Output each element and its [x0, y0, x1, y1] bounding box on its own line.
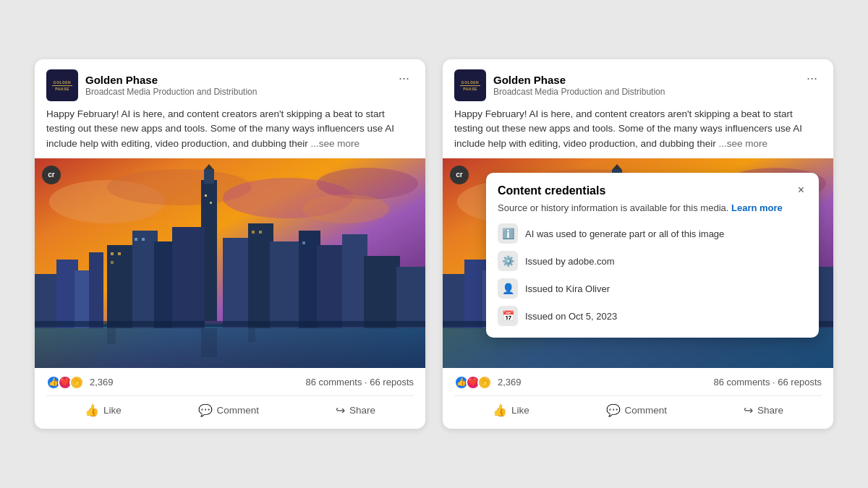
more-button-2[interactable]: ··· — [802, 69, 822, 87]
main-container: GOLDEN PHASE Golden Phase Broadcast Medi… — [13, 38, 855, 450]
avatar-2: GOLDEN PHASE — [454, 69, 486, 101]
profile-name-2[interactable]: Golden Phase — [493, 73, 665, 87]
svg-rect-24 — [342, 234, 367, 328]
popup-items: ℹ️ AI was used to generate part or all o… — [498, 223, 807, 326]
svg-rect-40 — [248, 326, 255, 342]
like-label-1: Like — [103, 405, 122, 416]
svg-rect-30 — [135, 238, 137, 241]
popup-item-icon-3: 📅 — [498, 306, 518, 326]
popup-item-2: 👤 Issued to Kira Oliver — [498, 278, 807, 299]
reactions-left-1: 👍 ❤️ 👏 2,369 — [46, 375, 114, 390]
svg-rect-39 — [107, 326, 116, 344]
reaction-icons-1: 👍 ❤️ 👏 — [46, 375, 84, 390]
share-button-2[interactable]: ↪ Share — [735, 399, 792, 421]
credentials-popup: Content credentials × Source or history … — [486, 173, 819, 338]
cr-badge-1[interactable]: cr — [42, 166, 61, 184]
svg-rect-6 — [35, 325, 425, 368]
card-header-2: GOLDEN PHASE Golden Phase Broadcast Medi… — [443, 59, 833, 107]
svg-rect-34 — [302, 241, 305, 244]
svg-rect-33 — [259, 231, 262, 234]
popup-header: Content credentials × — [498, 184, 807, 197]
see-more-1[interactable]: ...see more — [311, 138, 360, 149]
cr-badge-2[interactable]: cr — [450, 166, 469, 184]
post-image-1 — [35, 158, 425, 368]
share-action-icon-2: ↪ — [744, 403, 753, 417]
clap-icon-2: 👏 — [477, 375, 492, 390]
svg-rect-37 — [35, 321, 425, 327]
popup-item-text-2: Issued to Kira Oliver — [525, 283, 610, 294]
svg-rect-8 — [35, 274, 60, 328]
share-label-1: Share — [349, 405, 375, 416]
profile-subtitle-2: Broadcast Media Production and Distribut… — [493, 87, 665, 98]
avatar-1: GOLDEN PHASE — [46, 69, 78, 101]
svg-rect-31 — [142, 238, 145, 241]
comment-button-2[interactable]: 💬 Comment — [597, 399, 676, 421]
popup-item-3: 📅 Issued on Oct 5, 2023 — [498, 306, 807, 326]
popup-subtitle: Source or history information is availab… — [498, 202, 807, 215]
svg-rect-18 — [172, 227, 205, 328]
svg-rect-27 — [111, 252, 114, 255]
comment-action-icon-1: 💬 — [198, 403, 213, 417]
popup-close-button[interactable]: × — [795, 184, 807, 196]
comment-label-1: Comment — [217, 405, 260, 416]
svg-rect-23 — [317, 245, 346, 328]
like-label-2: Like — [511, 405, 529, 416]
see-more-2[interactable]: ...see more — [719, 138, 768, 149]
post-image-container-2: cr Content credentials × Source or histo… — [443, 158, 833, 368]
svg-rect-38 — [201, 328, 217, 357]
post-card-2: GOLDEN PHASE Golden Phase Broadcast Medi… — [443, 59, 833, 429]
profile-info-2: Golden Phase Broadcast Media Production … — [493, 73, 665, 98]
like-button-1[interactable]: 👍 Like — [76, 399, 130, 421]
card-footer-2: 👍 ❤️ 👏 2,369 86 comments · 66 reposts 👍 … — [443, 368, 833, 429]
comment-label-2: Comment — [625, 405, 668, 416]
popup-item-icon-1: ⚙️ — [498, 251, 518, 271]
post-card-1: GOLDEN PHASE Golden Phase Broadcast Medi… — [35, 59, 425, 429]
svg-rect-19 — [223, 238, 252, 328]
popup-item-0: ℹ️ AI was used to generate part or all o… — [498, 223, 807, 244]
header-left-2: GOLDEN PHASE Golden Phase Broadcast Medi… — [454, 69, 665, 101]
popup-item-icon-0: ℹ️ — [498, 223, 518, 244]
header-left-1: GOLDEN PHASE Golden Phase Broadcast Medi… — [46, 69, 257, 101]
post-text-2: Happy February! AI is here, and content … — [443, 107, 833, 158]
reactions-count-2: 2,369 — [498, 377, 522, 388]
comment-action-icon-2: 💬 — [606, 403, 621, 417]
like-button-2[interactable]: 👍 Like — [484, 399, 538, 421]
popup-title: Content credentials — [498, 184, 605, 197]
share-label-2: Share — [757, 405, 783, 416]
svg-rect-25 — [364, 256, 400, 328]
comments-reposts-2: 86 comments · 66 reposts — [713, 377, 822, 388]
profile-subtitle-1: Broadcast Media Production and Distribut… — [85, 87, 257, 98]
svg-rect-36 — [210, 202, 212, 204]
like-action-icon-1: 👍 — [85, 403, 99, 417]
reactions-row-1: 👍 ❤️ 👏 2,369 86 comments · 66 reposts — [46, 375, 414, 396]
svg-rect-20 — [248, 223, 273, 328]
more-button-1[interactable]: ··· — [394, 69, 414, 87]
svg-rect-26 — [396, 267, 425, 328]
svg-rect-48 — [443, 274, 468, 328]
card-header-1: GOLDEN PHASE Golden Phase Broadcast Medi… — [35, 59, 425, 107]
post-text-1: Happy February! AI is here, and content … — [35, 107, 425, 158]
comments-reposts-1: 86 comments · 66 reposts — [305, 377, 414, 388]
svg-rect-29 — [111, 261, 114, 264]
comment-button-1[interactable]: 💬 Comment — [190, 399, 268, 421]
popup-item-text-0: AI was used to generate part or all of t… — [525, 228, 724, 239]
profile-name-1[interactable]: Golden Phase — [85, 73, 257, 87]
reactions-count-1: 2,369 — [90, 377, 114, 388]
reaction-icons-2: 👍 ❤️ 👏 — [454, 375, 492, 390]
svg-point-4 — [317, 168, 418, 200]
post-image-container-1: cr — [35, 158, 425, 368]
profile-info-1: Golden Phase Broadcast Media Production … — [85, 73, 257, 98]
popup-item-text-3: Issued on Oct 5, 2023 — [525, 311, 617, 322]
svg-rect-28 — [118, 252, 121, 255]
popup-item-1: ⚙️ Issued by adobe.com — [498, 251, 807, 271]
popup-item-text-1: Issued by adobe.com — [525, 256, 615, 267]
popup-item-icon-2: 👤 — [498, 278, 518, 299]
svg-rect-16 — [132, 231, 158, 328]
actions-row-1: 👍 Like 💬 Comment ↪ Share — [46, 396, 414, 429]
share-button-1[interactable]: ↪ Share — [327, 399, 384, 421]
svg-rect-15 — [107, 245, 136, 328]
like-action-icon-2: 👍 — [493, 403, 507, 417]
learn-more-link[interactable]: Learn more — [731, 202, 783, 213]
share-action-icon-1: ↪ — [336, 403, 345, 417]
svg-rect-13 — [204, 169, 214, 184]
